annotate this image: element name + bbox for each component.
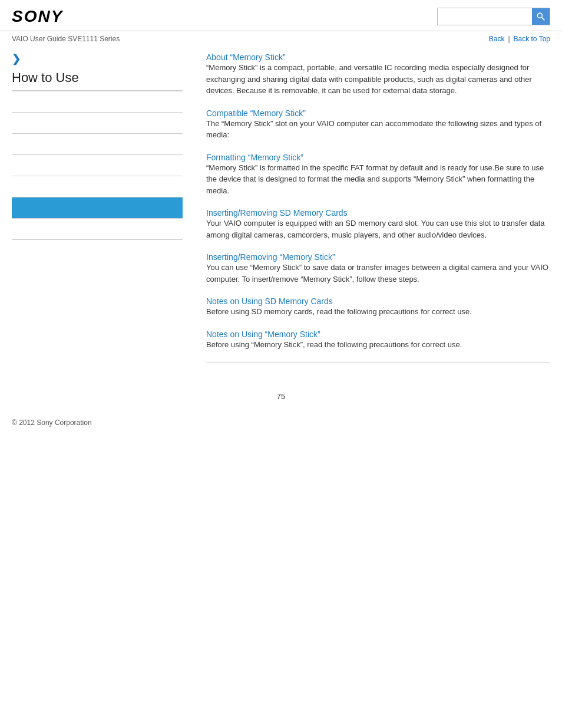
section-text-inserting-removing-sd: Your VAIO computer is equipped with an S…	[206, 218, 550, 241]
section-title-notes-sd-cards[interactable]: Notes on Using SD Memory Cards	[206, 297, 333, 306]
section-compatible-memory-stick: Compatible “Memory Stick” The “Memory St…	[206, 108, 550, 141]
guide-title: VAIO User Guide SVE1111 Series	[12, 35, 120, 43]
nav-links: Back | Back to Top	[489, 35, 550, 43]
section-inserting-removing-memory-stick: Inserting/Removing “Memory Stick” You ca…	[206, 252, 550, 285]
footer: © 2012 Sony Corporation	[0, 407, 562, 433]
content-divider	[206, 362, 550, 363]
sidebar-arrow: ❯	[12, 52, 183, 65]
section-text-compatible-memory-stick: The “Memory Stick” slot on your VAIO com…	[206, 118, 550, 141]
section-notes-sd-cards: Notes on Using SD Memory Cards Before us…	[206, 297, 550, 318]
back-link[interactable]: Back	[489, 35, 505, 43]
section-title-inserting-removing-memory-stick[interactable]: Inserting/Removing “Memory Stick”	[206, 252, 335, 262]
svg-point-0	[537, 13, 542, 18]
content-area: About “Memory Stick” “Memory Stick” is a…	[194, 52, 550, 374]
section-text-notes-memory-stick: Before using “Memory Stick”, read the fo…	[206, 339, 550, 351]
sidebar-item-1[interactable]	[12, 91, 183, 113]
section-title-inserting-removing-sd[interactable]: Inserting/Removing SD Memory Cards	[206, 208, 348, 218]
section-title-about-memory-stick[interactable]: About “Memory Stick”	[206, 52, 286, 62]
page-number: 75	[0, 386, 562, 407]
copyright: © 2012 Sony Corporation	[12, 419, 92, 427]
sidebar-item-5[interactable]	[12, 176, 183, 197]
section-title-notes-memory-stick[interactable]: Notes on Using “Memory Stick”	[206, 330, 320, 339]
section-text-formatting-memory-stick: “Memory Stick” is formatted in the speci…	[206, 162, 550, 197]
section-title-compatible-memory-stick[interactable]: Compatible “Memory Stick”	[206, 108, 306, 118]
section-text-about-memory-stick: “Memory Stick” is a compact, portable, a…	[206, 62, 550, 97]
sidebar-item-2[interactable]	[12, 113, 183, 134]
section-about-memory-stick: About “Memory Stick” “Memory Stick” is a…	[206, 52, 550, 97]
sidebar-item-4[interactable]	[12, 155, 183, 176]
sidebar-item-6-active[interactable]	[12, 197, 183, 219]
section-inserting-removing-sd: Inserting/Removing SD Memory Cards Your …	[206, 208, 550, 241]
search-box	[437, 8, 550, 25]
page-header: SONY	[0, 0, 562, 31]
sidebar-title: How to Use	[12, 70, 183, 91]
section-formatting-memory-stick: Formatting “Memory Stick” “Memory Stick”…	[206, 153, 550, 197]
section-text-inserting-removing-memory-stick: You can use “Memory Stick” to save data …	[206, 262, 550, 285]
sidebar-items	[12, 91, 183, 240]
search-icon	[536, 12, 546, 21]
sony-logo: SONY	[12, 7, 63, 26]
section-notes-memory-stick: Notes on Using “Memory Stick” Before usi…	[206, 330, 550, 351]
search-input[interactable]	[438, 8, 532, 25]
section-title-formatting-memory-stick[interactable]: Formatting “Memory Stick”	[206, 153, 303, 162]
sidebar-item-7[interactable]	[12, 219, 183, 240]
subheader: VAIO User Guide SVE1111 Series Back | Ba…	[0, 31, 562, 47]
search-button[interactable]	[532, 8, 550, 25]
svg-line-1	[542, 18, 545, 21]
main-container: ❯ How to Use About “Memory Stick” “Memor…	[0, 47, 562, 386]
section-text-notes-sd-cards: Before using SD memory cards, read the f…	[206, 306, 550, 318]
sidebar-item-3[interactable]	[12, 134, 183, 155]
link-separator: |	[508, 35, 510, 43]
back-to-top-link[interactable]: Back to Top	[514, 35, 550, 43]
sidebar: ❯ How to Use	[12, 52, 194, 374]
